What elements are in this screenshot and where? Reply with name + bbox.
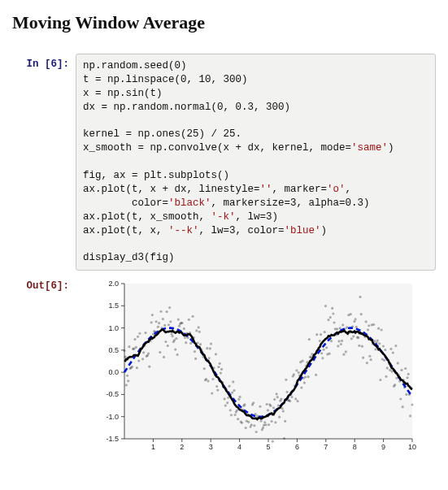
svg-point-258	[336, 327, 338, 330]
svg-point-290	[367, 328, 369, 331]
svg-point-253	[331, 307, 333, 310]
svg-point-135	[217, 366, 220, 368]
svg-text:10: 10	[408, 443, 416, 451]
svg-point-70	[154, 320, 157, 323]
svg-point-108	[191, 315, 194, 318]
svg-text:1.0: 1.0	[108, 324, 119, 332]
svg-point-264	[341, 323, 344, 326]
svg-point-41	[127, 379, 129, 382]
svg-point-126	[209, 347, 211, 349]
svg-point-42	[128, 345, 130, 348]
svg-point-276	[353, 320, 355, 323]
svg-point-134	[216, 389, 219, 392]
svg-point-133	[215, 385, 218, 388]
svg-point-282	[359, 296, 361, 298]
svg-point-151	[233, 389, 235, 392]
svg-point-184	[264, 423, 267, 426]
svg-point-37	[123, 349, 125, 352]
svg-text:1: 1	[151, 443, 155, 451]
svg-point-155	[237, 418, 239, 420]
svg-point-289	[366, 362, 368, 364]
svg-point-291	[368, 324, 370, 327]
svg-point-307	[383, 359, 385, 362]
svg-point-275	[352, 335, 354, 337]
svg-point-302	[378, 342, 381, 345]
svg-point-308	[384, 349, 386, 351]
svg-point-91	[175, 337, 177, 340]
svg-point-259	[337, 345, 339, 347]
svg-point-185	[266, 403, 268, 405]
svg-text:2: 2	[180, 443, 184, 451]
svg-text:-0.5: -0.5	[106, 391, 119, 399]
svg-point-321	[397, 362, 399, 364]
svg-point-194	[274, 421, 276, 423]
svg-point-99	[183, 327, 185, 330]
svg-point-203	[283, 437, 285, 440]
svg-point-197	[277, 405, 280, 407]
svg-point-129	[211, 378, 214, 380]
svg-text:2.0: 2.0	[108, 280, 119, 288]
svg-point-277	[354, 318, 357, 320]
svg-point-178	[259, 405, 261, 408]
svg-point-183	[263, 421, 266, 423]
svg-point-195	[275, 392, 277, 395]
svg-point-236	[315, 374, 317, 376]
svg-point-273	[350, 337, 353, 340]
svg-text:0.5: 0.5	[108, 346, 119, 354]
svg-point-72	[157, 326, 159, 328]
svg-point-93	[177, 319, 180, 321]
svg-text:7: 7	[324, 443, 328, 451]
svg-point-179	[260, 420, 263, 423]
svg-point-254	[332, 313, 334, 315]
svg-point-283	[360, 313, 363, 315]
svg-text:3: 3	[209, 443, 213, 451]
svg-point-298	[374, 348, 376, 350]
svg-point-245	[324, 331, 326, 333]
svg-point-152	[234, 414, 237, 416]
svg-point-244	[322, 349, 324, 351]
svg-point-196	[276, 396, 279, 398]
svg-point-324	[399, 398, 402, 401]
svg-point-53	[138, 332, 141, 335]
svg-point-136	[219, 362, 221, 365]
svg-point-318	[394, 384, 396, 386]
svg-point-329	[404, 367, 407, 370]
svg-point-100	[184, 336, 186, 339]
svg-point-127	[210, 343, 212, 345]
svg-point-336	[411, 404, 413, 406]
svg-point-187	[267, 423, 270, 426]
svg-point-190	[271, 420, 273, 423]
svg-point-304	[381, 329, 383, 332]
svg-point-292	[368, 355, 371, 358]
svg-point-218	[298, 371, 300, 374]
svg-point-87	[172, 335, 174, 337]
svg-point-260	[337, 340, 340, 342]
svg-point-301	[377, 327, 380, 330]
svg-point-288	[365, 320, 368, 323]
svg-point-267	[345, 350, 347, 353]
svg-point-77	[162, 318, 164, 320]
svg-point-242	[320, 352, 323, 354]
svg-point-62	[147, 353, 150, 355]
svg-point-154	[236, 410, 238, 412]
svg-point-141	[224, 397, 226, 400]
svg-point-293	[369, 358, 372, 361]
svg-point-120	[203, 367, 206, 370]
svg-point-280	[357, 336, 359, 339]
svg-point-101	[185, 341, 187, 344]
svg-point-74	[159, 351, 161, 353]
svg-point-316	[392, 352, 394, 354]
svg-point-171	[252, 401, 254, 404]
svg-point-159	[241, 422, 243, 424]
svg-point-132	[215, 353, 217, 355]
svg-point-181	[262, 427, 264, 429]
svg-point-252	[330, 340, 333, 342]
output-prompt: Out[6]:	[12, 275, 76, 292]
svg-point-79	[163, 324, 166, 327]
svg-point-200	[280, 398, 282, 401]
svg-point-216	[295, 369, 298, 371]
page-title: Moving Window Average	[12, 12, 436, 33]
svg-point-281	[358, 345, 360, 347]
svg-point-150	[232, 380, 234, 383]
svg-point-57	[142, 351, 145, 353]
